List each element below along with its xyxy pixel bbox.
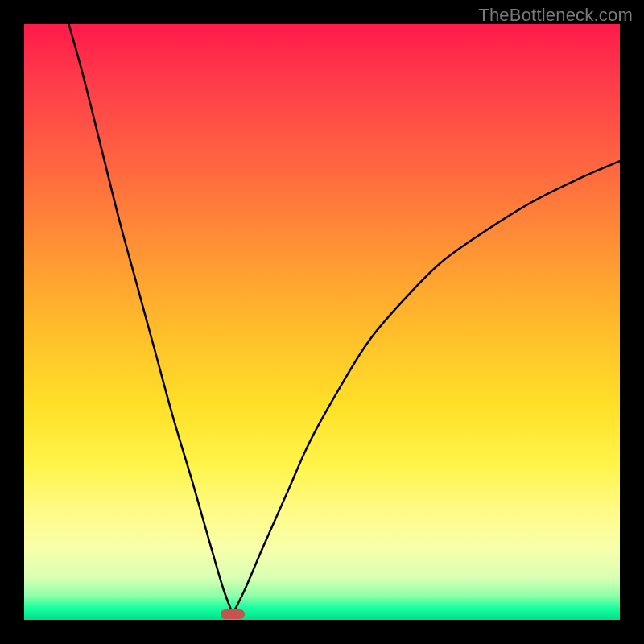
left-curve [69, 24, 233, 614]
outer-frame: TheBottleneck.com [0, 0, 644, 644]
curve-layer [24, 24, 620, 620]
watermark-text: TheBottleneck.com [478, 5, 633, 26]
plot-area [24, 24, 620, 620]
bottleneck-marker [221, 609, 245, 619]
right-curve [233, 161, 620, 613]
